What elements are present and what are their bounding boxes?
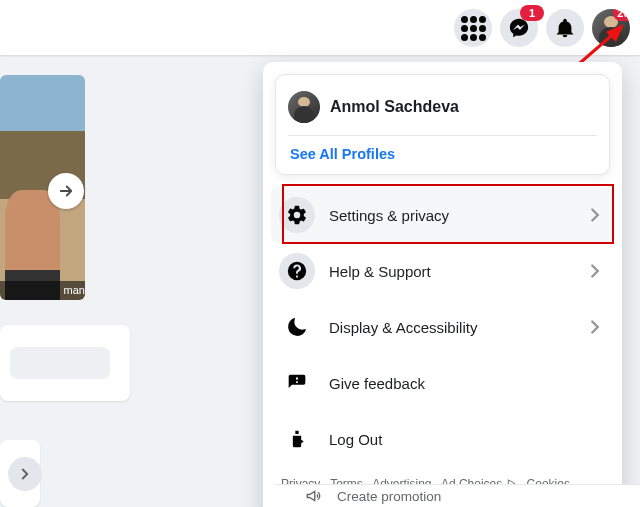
card-fragment [0, 325, 130, 401]
story-image [5, 190, 60, 280]
button-placeholder[interactable] [10, 347, 110, 379]
megaphone-icon [305, 487, 323, 505]
bell-icon [554, 17, 576, 39]
moon-icon [279, 309, 315, 345]
chevron-right-icon [16, 465, 34, 483]
menu-item-help[interactable]: Help & Support [271, 243, 614, 299]
story-banner: man [0, 281, 85, 300]
menu-item-label: Display & Accessibility [329, 319, 477, 336]
help-icon [279, 253, 315, 289]
chevron-right-icon [584, 316, 606, 338]
nav-right-button[interactable] [8, 457, 42, 491]
menu-item-label: Log Out [329, 431, 382, 448]
menu-item-logout[interactable]: Log Out [271, 411, 614, 467]
account-avatar-button[interactable]: 20+ [592, 9, 630, 47]
see-all-profiles-link[interactable]: See All Profiles [290, 146, 595, 162]
top-bar: 1 20+ [0, 0, 640, 55]
menu-item-label: Give feedback [329, 375, 425, 392]
profile-card: Anmol Sachdeva See All Profiles [275, 74, 610, 175]
menu-item-label: Settings & privacy [329, 207, 449, 224]
menu-item-settings[interactable]: Settings & privacy [271, 187, 614, 243]
menu-item-feedback[interactable]: Give feedback [271, 355, 614, 411]
apps-menu-button[interactable] [454, 9, 492, 47]
create-promotion-bar[interactable]: Create promotion [275, 484, 640, 507]
story-next-button[interactable] [48, 173, 84, 209]
messenger-button[interactable]: 1 [500, 9, 538, 47]
arrow-right-icon [57, 182, 75, 200]
feedback-icon [279, 365, 315, 401]
card-fragment-2 [0, 440, 40, 507]
avatar [288, 91, 320, 123]
menu-item-display[interactable]: Display & Accessibility [271, 299, 614, 355]
messenger-badge: 1 [520, 5, 544, 21]
notifications-button[interactable] [546, 9, 584, 47]
profile-link[interactable]: Anmol Sachdeva [288, 87, 597, 136]
top-actions: 1 20+ [454, 7, 630, 49]
chevron-right-icon [584, 204, 606, 226]
account-badge: 20+ [613, 9, 630, 21]
account-menu: Anmol Sachdeva See All Profiles Settings… [263, 62, 622, 507]
gear-icon [279, 197, 315, 233]
menu-item-label: Help & Support [329, 263, 431, 280]
chevron-right-icon [584, 260, 606, 282]
logout-icon [279, 421, 315, 457]
profile-name: Anmol Sachdeva [330, 98, 459, 116]
create-promotion-label: Create promotion [337, 489, 441, 504]
apps-icon [461, 16, 486, 41]
